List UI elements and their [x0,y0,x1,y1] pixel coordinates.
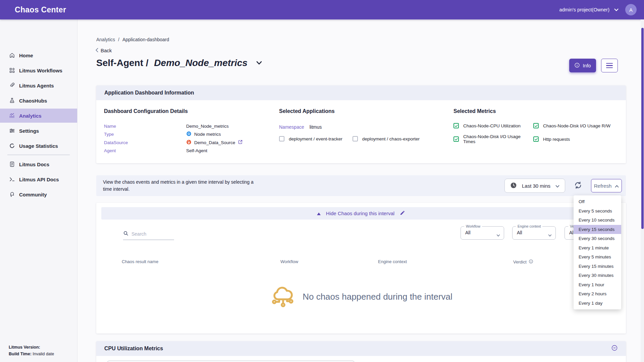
namespace-row: Namespace litmus [279,124,450,130]
version-footer: Litmus Version: Build Time: Invalid date [9,344,54,357]
menu-item-every-15-minutes[interactable]: Every 15 minutes [574,262,621,271]
sidebar-item-litmus-api-docs[interactable]: Litmus API Docs [0,172,77,186]
type-label: Type [104,132,186,137]
terminal-icon [9,176,15,182]
menu-item-every-30-minutes[interactable]: Every 30 minutes [574,271,621,280]
back-button[interactable]: Back [96,48,112,53]
project-label: admin's project(Owner) [559,7,609,12]
sidebar-item-litmus-workflows[interactable]: Litmus Workflows [0,63,77,77]
version-label: Litmus Version: [9,345,40,350]
prometheus-icon [186,139,192,146]
checkbox-disk-io-times[interactable]: Chaos-Node-Disk I/O Usage Times [453,134,533,144]
title-row: Self-Agent / Demo_Node_metrics [96,58,262,68]
header-actions: Info [569,59,618,72]
breadcrumb-application-dashboard[interactable]: Application-dashboard [122,37,169,42]
dashboard-menu-button[interactable] [601,59,618,72]
node-metrics-icon [186,131,192,137]
checkbox-checked-icon [533,136,539,142]
scrollbar-thumb[interactable] [641,28,644,229]
checkbox-cpu-utilization[interactable]: Chaos-Node-CPU Utilization [453,123,533,128]
engine-context-filter-label: Engine context [516,224,542,228]
external-link-icon[interactable] [238,139,243,145]
document-icon [9,161,15,167]
sidebar-item-home[interactable]: Home [0,48,77,62]
agents-icon [9,82,15,88]
chevron-left-icon [96,48,98,53]
dashboard-name: Demo_Node_metrics [154,58,248,68]
menu-item-every-1-hour[interactable]: Every 1 hour [574,280,621,290]
checkbox-checked-icon [453,123,459,128]
app-root: Chaos Center admin's project(Owner) A Ho… [0,0,644,362]
chaos-table-card: Hide Chaos during this interval Workflow… [96,203,626,334]
workflows-icon [9,67,15,73]
menu-item-every-5-minutes[interactable]: Every 5 minutes [574,252,621,262]
menu-item-every-15-seconds[interactable]: Every 15 seconds [574,225,621,234]
collapse-minus-icon[interactable] [611,345,618,353]
menu-item-off[interactable]: Off [574,197,621,206]
sidebar-item-settings[interactable]: Settings [0,124,77,138]
search-icon [123,231,128,237]
sidebar-item-label: Litmus Workflows [19,68,62,73]
sidebar-item-label: Community [19,192,47,197]
config-row-type: Type Node metrics [104,130,277,139]
scrollbar-track[interactable] [641,19,644,362]
menu-item-every-30-seconds[interactable]: Every 30 seconds [574,234,621,243]
back-label: Back [101,48,112,53]
refresh-icon[interactable] [574,181,582,191]
breadcrumb-separator: / [118,37,119,42]
menu-item-every-1-minute[interactable]: Every 1 minute [574,243,621,253]
top-bar-right: admin's project(Owner) A [559,4,637,15]
sidebar-item-analytics[interactable]: Analytics [0,109,77,123]
workflow-filter-label: Workflow [464,224,482,228]
sidebar: Home Litmus Workflows Litmus Agents Chao… [0,19,77,362]
clock-icon [510,182,517,190]
sidebar-item-label: Usage Statistics [19,143,58,149]
sidebar-item-community[interactable]: Community [0,187,77,201]
sidebar-item-chaoshubs[interactable]: ChaosHubs [0,94,77,108]
namespace-label: Namespace [279,124,304,130]
interval-description: View the chaos events and metrics in a g… [103,179,254,193]
breadcrumb-analytics[interactable]: Analytics [96,37,115,42]
checkbox-unchecked-icon [353,136,358,141]
flask-icon [9,98,15,104]
verdict-info-icon[interactable] [529,259,533,265]
time-range-select[interactable]: Last 30 mins [504,179,565,193]
checkbox-chaos-exporter[interactable]: deployment / chaos-exporter [353,136,420,141]
title-chevron-down-icon[interactable] [256,60,262,66]
selected-metrics-title: Selected Metrics [453,108,621,114]
menu-item-every-1-day[interactable]: Every 1 day [574,299,621,308]
page-title: Self-Agent / Demo_Node_metrics [96,58,248,68]
checkbox-event-tracker[interactable]: deployment / event-tracker [279,136,342,141]
datasource-value: Demo_Data_Source [186,139,243,146]
refresh-button[interactable]: Refresh [591,179,622,192]
name-value: Demo_Node_metrics [186,124,229,129]
agent-value: Self-Agent [186,148,207,153]
breadcrumb: Analytics / Application-dashboard [96,37,169,42]
checkbox-unchecked-icon [279,136,284,141]
info-button[interactable]: Info [569,59,596,72]
menu-item-every-10-seconds[interactable]: Every 10 seconds [574,216,621,225]
chevron-up-icon [615,183,619,189]
avatar[interactable]: A [625,4,637,15]
menu-item-every-2-hours[interactable]: Every 2 hours [574,289,621,299]
edit-pencil-icon[interactable] [400,210,405,217]
checkbox-disk-io-rw[interactable]: Chaos-Node-Disk I/O Usage R/W [533,123,621,128]
sliders-icon [9,128,15,134]
selected-applications-column: Selected Applications Namespace litmus d… [279,108,450,141]
workflow-filter-select[interactable]: Workflow All [461,226,504,240]
refresh-interval-menu: Off Every 5 seconds Every 10 seconds Eve… [574,195,621,309]
sidebar-item-litmus-agents[interactable]: Litmus Agents [0,78,77,93]
cpu-filter-box[interactable] [107,361,355,362]
checkbox-http-requests[interactable]: Http requests [533,134,621,144]
table-header-row: Chaos result name Workflow Engine contex… [96,259,626,266]
hide-chaos-toggle[interactable]: Hide Chaos during this interval [101,207,621,220]
column-chaos-result-name: Chaos result name [122,259,158,264]
menu-item-every-5-seconds[interactable]: Every 5 seconds [574,206,621,216]
triangle-up-icon [317,210,321,217]
engine-context-filter-select[interactable]: Engine context All [512,226,556,240]
project-selector[interactable]: admin's project(Owner) [559,7,619,12]
sidebar-item-litmus-docs[interactable]: Litmus Docs [0,157,77,171]
sidebar-item-usage-statistics[interactable]: Usage Statistics [0,139,77,153]
search-input[interactable] [131,231,170,237]
dashboard-info-card: Application Dashboard Information Dashbo… [96,85,626,163]
